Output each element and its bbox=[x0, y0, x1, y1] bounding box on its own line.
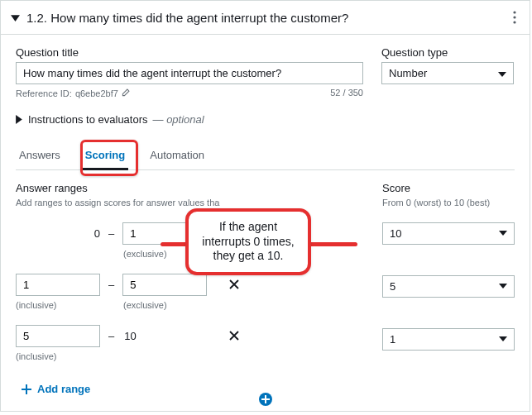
range-dash: – bbox=[108, 330, 114, 342]
remove-range-icon[interactable] bbox=[227, 277, 242, 292]
tab-scoring[interactable]: Scoring bbox=[82, 142, 128, 169]
question-title-input[interactable] bbox=[16, 62, 363, 84]
instructions-label: Instructions to evaluators bbox=[28, 113, 148, 126]
add-question-icon[interactable] bbox=[258, 392, 273, 409]
question-panel: 1.2. How many times did the agent interr… bbox=[0, 0, 530, 412]
range-from-note: (inclusive) bbox=[16, 300, 100, 310]
edit-reference-icon[interactable] bbox=[122, 88, 131, 98]
annotation-arm bbox=[161, 242, 189, 246]
score-select[interactable]: 1 bbox=[382, 328, 515, 351]
range-from-note: (inclusive) bbox=[16, 351, 100, 361]
score-value: 1 bbox=[390, 333, 395, 346]
range-from-static: 0 bbox=[16, 223, 100, 244]
reference-id-label: Reference ID: bbox=[16, 88, 72, 98]
annotation-arm bbox=[309, 242, 357, 246]
score-select[interactable]: 5 bbox=[382, 275, 515, 298]
question-title-text: How many times did the agent interrupt t… bbox=[50, 11, 348, 25]
tabs: Answers Scoring Automation bbox=[16, 142, 515, 170]
range-to-input[interactable] bbox=[122, 274, 207, 296]
collapse-icon[interactable] bbox=[11, 13, 20, 22]
char-count: 52 / 350 bbox=[330, 88, 363, 98]
range-dash: – bbox=[108, 227, 114, 240]
question-type-group: Question type Number bbox=[381, 46, 514, 98]
question-type-label: Question type bbox=[381, 46, 514, 59]
score-select[interactable]: 10 bbox=[382, 222, 515, 245]
range-row: – 10 bbox=[16, 322, 314, 350]
score-help: From 0 (worst) to 10 (best) bbox=[382, 198, 515, 208]
question-title-label: Question title bbox=[16, 46, 363, 59]
question-title-group: Question title Reference ID: q6ebe2bf7 5… bbox=[16, 46, 363, 98]
score-value: 10 bbox=[390, 227, 401, 240]
dropdown-icon bbox=[499, 284, 507, 289]
reference-id-value: q6ebe2bf7 bbox=[75, 88, 118, 98]
dropdown-icon bbox=[498, 67, 506, 79]
add-range-label: Add range bbox=[37, 383, 90, 395]
annotation-callout: If the agent interrupts 0 times, they ge… bbox=[185, 208, 311, 275]
plus-icon bbox=[21, 384, 32, 395]
dropdown-icon bbox=[499, 336, 507, 341]
instructions-toggle[interactable]: Instructions to evaluators — optional bbox=[16, 113, 515, 126]
range-to-note: (exclusive) bbox=[123, 300, 208, 310]
chevron-right-icon bbox=[16, 115, 23, 124]
svg-point-1 bbox=[513, 16, 515, 18]
more-options-icon[interactable] bbox=[510, 7, 520, 27]
question-type-value: Number bbox=[389, 67, 427, 79]
panel-header: 1.2. How many times did the agent interr… bbox=[1, 1, 530, 35]
tab-automation[interactable]: Automation bbox=[146, 142, 208, 169]
score-column: Score From 0 (worst) to 10 (best) 10 5 bbox=[382, 182, 515, 398]
range-dash: – bbox=[108, 279, 114, 291]
add-range-button[interactable]: Add range bbox=[16, 379, 95, 398]
remove-range-icon[interactable] bbox=[227, 328, 242, 343]
instructions-optional: — optional bbox=[153, 113, 204, 126]
question-number: 1.2. bbox=[26, 11, 47, 25]
range-from-input[interactable] bbox=[16, 274, 100, 296]
question-type-select[interactable]: Number bbox=[381, 62, 514, 84]
range-to-static: 10 bbox=[122, 326, 207, 346]
answer-ranges-header: Answer ranges bbox=[16, 182, 314, 194]
answer-ranges-help: Add ranges to assign scores for answer v… bbox=[16, 198, 314, 208]
tab-answers[interactable]: Answers bbox=[16, 142, 64, 169]
svg-point-2 bbox=[513, 21, 515, 23]
score-value: 5 bbox=[390, 280, 395, 293]
svg-point-0 bbox=[513, 11, 515, 13]
panel-title: 1.2. How many times did the agent interr… bbox=[26, 11, 348, 25]
score-header: Score bbox=[382, 182, 515, 194]
range-from-input[interactable] bbox=[16, 325, 100, 347]
dropdown-icon bbox=[499, 231, 507, 236]
